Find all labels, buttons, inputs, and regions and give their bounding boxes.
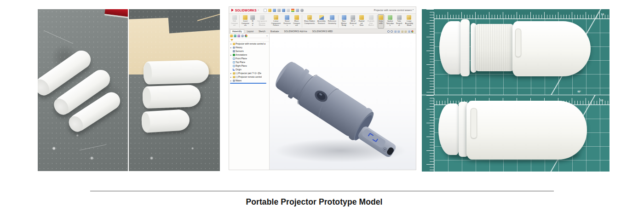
ribbon-button-update-speedpak[interactable]: Update Speedpak	[385, 14, 395, 29]
prototype-flange-ring	[460, 19, 470, 76]
ribbon-button-large-assembly-mode[interactable]: Large Assembly Mode	[403, 14, 415, 29]
prototype-inner-barrel	[476, 24, 513, 71]
ribbon-button-show-hidden-components[interactable]: Show Hidden Components	[303, 14, 316, 29]
take-snapshot-icon	[397, 15, 402, 20]
flyout-arrow-icon[interactable]: >	[266, 34, 268, 37]
tree-item-root[interactable]: ▾ Projector with remote control a	[229, 42, 269, 46]
tab-layout[interactable]: Layout	[245, 29, 256, 33]
tab-assembly[interactable]: Assembly	[230, 29, 244, 33]
explode-line-sketch-icon	[369, 15, 374, 20]
ribbon-button-component-preview-window[interactable]: Component Preview Window	[255, 14, 269, 29]
collapse-arrow-icon[interactable]: ▾	[230, 43, 232, 45]
assembly-features-icon	[319, 15, 324, 20]
tree-filter[interactable]	[229, 38, 269, 42]
sensors-icon	[233, 50, 235, 52]
tab-solidworks-mbd[interactable]: SOLIDWORKS MBD	[310, 29, 335, 33]
graphics-viewport[interactable]	[270, 34, 416, 170]
ribbon-button-smart-fasteners[interactable]: Smart Fasteners	[282, 14, 292, 29]
solidworks-window: SOLIDWORKS ▾ Projector with remote contr…	[229, 6, 416, 170]
ribbon-button-move-component[interactable]: Move Component	[292, 14, 301, 29]
insert-components-icon	[243, 15, 247, 20]
history-icon	[233, 46, 235, 49]
select-icon[interactable]	[287, 9, 290, 12]
caption: Portable Projector Prototype Model	[82, 197, 546, 207]
command-manager-ribbon: Edit Component Insert Components Mate Co…	[229, 14, 416, 29]
ribbon-button-reference-geometry[interactable]: Reference Geometry	[327, 14, 338, 29]
previous-view-icon[interactable]	[394, 30, 397, 33]
rollback-bar[interactable]	[230, 83, 266, 84]
photo-foam-cylinders-angled	[38, 9, 128, 171]
undo-icon[interactable]	[282, 9, 285, 12]
mates-icon	[233, 80, 235, 82]
hide-show-items-icon[interactable]	[408, 30, 410, 33]
brand-caret-icon[interactable]: ▾	[258, 9, 259, 11]
view-orientation-icon[interactable]	[401, 30, 403, 33]
new-document-icon[interactable]	[264, 9, 267, 12]
zoom-to-area-icon[interactable]	[391, 30, 393, 33]
tree-item-annotations[interactable]: ▸ Annotations	[229, 53, 269, 57]
edit-appearance-icon[interactable]	[411, 30, 414, 33]
configurationmanager-icon[interactable]	[237, 34, 240, 37]
ribbon-button-instant3d[interactable]: Instant3D	[378, 14, 384, 29]
photo-foam-cylinders-stacked	[129, 9, 220, 171]
propertymanager-icon[interactable]	[234, 34, 236, 37]
expand-arrow-icon[interactable]: ▸	[230, 72, 232, 74]
expand-arrow-icon[interactable]: ▸	[230, 54, 232, 56]
ribbon-button-mate[interactable]: Mate	[250, 14, 254, 29]
smart-fasteners-icon	[285, 15, 289, 20]
dimxpertmanager-icon[interactable]	[241, 34, 244, 37]
large-assembly-mode-icon	[407, 15, 411, 20]
file-properties-icon[interactable]	[296, 9, 299, 12]
mate-icon	[250, 15, 255, 20]
tree-item-origin[interactable]: Origin	[229, 68, 269, 71]
tree-item-sensors[interactable]: Sensors	[229, 49, 269, 53]
quick-access-toolbar	[264, 9, 304, 12]
ribbon-button-new-motion-study[interactable]: New Motion Study	[339, 14, 349, 29]
foam-cylinder	[143, 60, 209, 85]
show-hidden-components-icon	[307, 15, 312, 20]
ribbon-button-bill-of-materials[interactable]: Bill of Materials	[349, 14, 357, 29]
tree-item-top-plane[interactable]: Top Plane	[229, 60, 269, 64]
tree-item-projector-part[interactable]: ▸ (-) Projector part 7<1> (De	[229, 71, 269, 75]
move-component-icon	[294, 15, 299, 20]
ribbon-button-take-snapshot[interactable]: Take Snapshot	[395, 14, 403, 29]
cad-model[interactable]	[270, 34, 416, 170]
ribbon-separator	[385, 15, 385, 28]
options-icon[interactable]	[300, 9, 304, 12]
bill-of-materials-icon	[351, 15, 355, 20]
ribbon-button-assembly-features[interactable]: Assembly Features	[316, 14, 327, 29]
tab-sketch[interactable]: Sketch	[256, 29, 268, 33]
display-style-icon[interactable]	[404, 30, 407, 33]
tree-item-projector-remote[interactable]: ▸ (-) Projector remote control	[229, 75, 269, 79]
open-icon[interactable]	[268, 9, 271, 12]
solidworks-brand: SOLIDWORKS	[235, 9, 257, 12]
tab-evaluate[interactable]: Evaluate	[268, 29, 282, 33]
ribbon-separator	[377, 15, 377, 28]
ribbon-button-linear-component-pattern[interactable]: Linear Component Pattern	[269, 14, 282, 29]
ribbon-button-edit-component[interactable]: Edit Component	[230, 14, 239, 29]
zoom-to-fit-icon[interactable]	[387, 30, 390, 33]
displaymanager-icon[interactable]	[245, 34, 247, 37]
tree-item-right-plane[interactable]: Right Plane	[229, 64, 269, 68]
divider-line	[90, 191, 554, 191]
plane-icon	[233, 61, 235, 63]
rebuild-icon[interactable]	[291, 9, 294, 12]
print-icon[interactable]	[277, 9, 281, 12]
section-view-icon[interactable]	[397, 30, 400, 33]
reference-geometry-icon	[330, 15, 334, 20]
save-icon[interactable]	[273, 9, 276, 12]
expand-arrow-icon[interactable]: ▸	[230, 80, 232, 82]
featuremanager-tree-icon[interactable]	[230, 34, 233, 37]
tree-item-mates[interactable]: ▸ Mates	[229, 79, 269, 82]
expand-arrow-icon[interactable]: ▸	[230, 46, 232, 49]
ribbon-separator	[338, 15, 339, 28]
expand-arrow-icon[interactable]: ▸	[230, 76, 232, 78]
photo-prototype-extended: 10 60°	[422, 9, 610, 95]
ribbon-button-explode-line-sketch[interactable]: Explode Line Sketch	[366, 14, 377, 29]
tab-solidworks-add-ins[interactable]: SOLIDWORKS Add-Ins	[282, 29, 310, 33]
mat-label-angle: 60°	[577, 90, 581, 93]
ribbon-button-exploded-view[interactable]: Exploded View	[357, 14, 366, 29]
ribbon-button-insert-components[interactable]: Insert Components	[240, 14, 250, 29]
tree-item-history[interactable]: ▸ History	[229, 46, 269, 49]
tree-item-front-plane[interactable]: Front Plane	[229, 57, 269, 60]
